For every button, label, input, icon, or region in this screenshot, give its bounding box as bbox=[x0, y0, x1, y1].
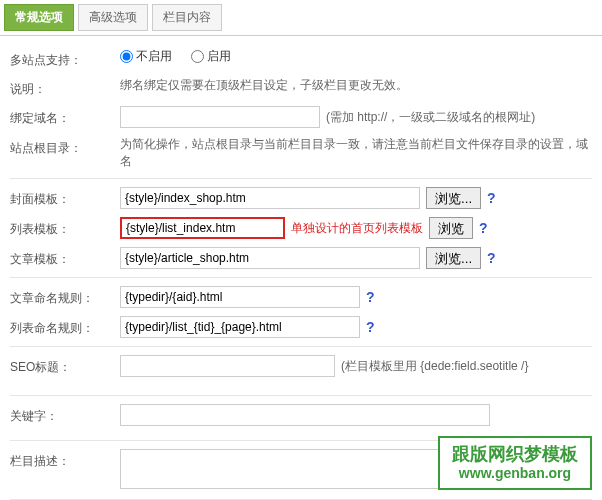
help-icon[interactable]: ? bbox=[366, 319, 375, 335]
input-seotitle[interactable] bbox=[120, 355, 335, 377]
input-listnamerule[interactable] bbox=[120, 316, 360, 338]
tab-advanced[interactable]: 高级选项 bbox=[78, 4, 148, 31]
label-seotitle: SEO标题： bbox=[10, 355, 120, 376]
label-coldesc: 栏目描述： bbox=[10, 449, 120, 470]
input-artnamerule[interactable] bbox=[120, 286, 360, 308]
label-binddomain: 绑定域名： bbox=[10, 106, 120, 127]
label-articletpl: 文章模板： bbox=[10, 247, 120, 268]
help-icon[interactable]: ? bbox=[366, 289, 375, 305]
label-multisite: 多站点支持： bbox=[10, 48, 120, 69]
textarea-coldesc[interactable] bbox=[120, 449, 490, 489]
radio-multisite-off[interactable]: 不启用 bbox=[120, 48, 172, 65]
tab-general[interactable]: 常规选项 bbox=[4, 4, 74, 31]
browse-listtpl[interactable]: 浏览 bbox=[429, 217, 473, 239]
seotitle-note: (栏目模板里用 {dede:field.seotitle /} bbox=[341, 358, 528, 375]
help-icon[interactable]: ? bbox=[479, 220, 488, 236]
watermark-title: 跟版网织梦模板 bbox=[452, 444, 578, 466]
input-listtpl[interactable] bbox=[120, 217, 285, 239]
browse-articletpl[interactable]: 浏览... bbox=[426, 247, 481, 269]
tabs-bar: 常规选项 高级选项 栏目内容 bbox=[0, 0, 602, 36]
label-artnamerule: 文章命名规则： bbox=[10, 286, 120, 307]
help-icon[interactable]: ? bbox=[487, 250, 496, 266]
browse-covertpl[interactable]: 浏览... bbox=[426, 187, 481, 209]
help-icon[interactable]: ? bbox=[487, 190, 496, 206]
label-desc: 说明： bbox=[10, 77, 120, 98]
label-keywords: 关键字： bbox=[10, 404, 120, 425]
desc-text: 绑名绑定仅需要在顶级栏目设定，子级栏目更改无效。 bbox=[120, 77, 592, 94]
input-binddomain[interactable] bbox=[120, 106, 320, 128]
label-listnamerule: 列表命名规则： bbox=[10, 316, 120, 337]
input-covertpl[interactable] bbox=[120, 187, 420, 209]
watermark: 跟版网织梦模板 www.genban.org bbox=[438, 436, 592, 490]
watermark-url: www.genban.org bbox=[452, 465, 578, 482]
label-listtpl: 列表模板： bbox=[10, 217, 120, 238]
binddomain-note: (需加 http://，一级或二级域名的根网址) bbox=[326, 109, 535, 126]
siteroot-text: 为简化操作，站点根目录与当前栏目目录一致，请注意当前栏目文件保存目录的设置，域名 bbox=[120, 136, 592, 170]
tab-content[interactable]: 栏目内容 bbox=[152, 4, 222, 31]
listtpl-annotation: 单独设计的首页列表模板 bbox=[291, 220, 423, 237]
label-siteroot: 站点根目录： bbox=[10, 136, 120, 157]
input-articletpl[interactable] bbox=[120, 247, 420, 269]
input-keywords[interactable] bbox=[120, 404, 490, 426]
label-covertpl: 封面模板： bbox=[10, 187, 120, 208]
radio-multisite-on[interactable]: 启用 bbox=[191, 48, 231, 65]
